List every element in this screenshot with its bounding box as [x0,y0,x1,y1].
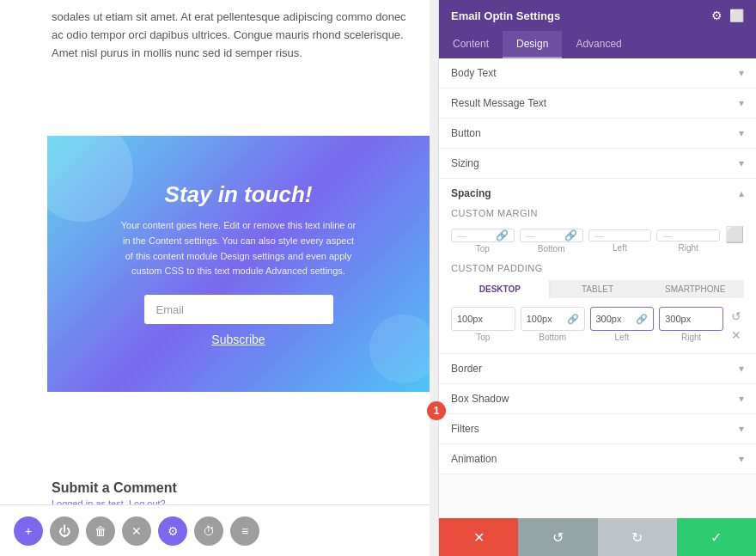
cancel-button[interactable]: ✕ [439,518,518,556]
panel-bottom-bar: ✕ ↺ ↻ ✓ [439,518,756,556]
padding-right-field: 300px Right [659,307,723,342]
margin-right-label: Right [656,243,720,253]
section-animation[interactable]: Animation ▾ [439,444,756,474]
chevron-down-icon: ▾ [739,157,744,169]
close-button[interactable]: ✕ [122,516,151,546]
padding-left-label: Left [590,333,655,342]
section-spacing: Spacing ▴ Custom Margin — 🔗 Top [439,179,756,354]
main-content: sodales ut etiam sit amet. At erat pelle… [0,0,430,556]
section-body-text[interactable]: Body Text ▾ [439,58,756,89]
save-button[interactable]: ✓ [677,518,756,556]
section-box-shadow[interactable]: Box Shadow ▾ [439,384,756,414]
subscribe-link[interactable]: Subscribe [211,333,265,346]
custom-padding-title: Custom Padding [451,263,744,273]
padding-left-field: 300px 🔗 Left [590,307,655,342]
spacing-header[interactable]: Spacing ▴ [439,179,756,208]
panel-body: Body Text ▾ Result Message Text ▾ Button… [439,58,756,518]
link-icon: 🔗 [564,229,577,241]
expand-icon[interactable]: ⬜ [729,9,744,22]
link-icon: 🔗 [496,229,509,241]
body-text: sodales ut etiam sit amet. At erat pelle… [0,0,430,70]
tab-content[interactable]: Content [439,31,503,58]
tab-design[interactable]: Design [503,31,562,58]
optin-title: Stay in touch! [165,181,313,208]
chevron-down-icon: ▾ [739,423,744,435]
redo-button[interactable]: ↻ [598,518,677,556]
section-box-shadow-label: Box Shadow [451,393,509,405]
undo-button[interactable]: ↺ [518,518,597,556]
section-border-label: Border [451,363,482,375]
add-button[interactable]: + [14,516,43,546]
margin-reset-icon[interactable]: ⬜ [725,225,744,244]
section-animation-label: Animation [451,453,497,465]
right-panel: Email Optin Settings ⚙ ⬜ Content Design … [438,0,756,556]
section-sizing-label: Sizing [451,157,479,169]
padding-top-label: Top [451,333,515,342]
padding-right-label: Right [659,333,723,342]
section-button-label: Button [451,127,481,139]
spacing-content: Custom Margin — 🔗 Top — 🔗 [439,208,756,353]
panel-tabs: Content Design Advanced [439,31,756,58]
margin-left-input[interactable]: — [588,229,652,241]
padding-top-field: 100px Top [451,307,515,342]
panel-header-icons: ⚙ ⬜ [711,9,744,22]
section-body-text-label: Body Text [451,67,496,79]
section-filters-label: Filters [451,423,479,435]
device-tab-smartphone[interactable]: SMARTPHONE [646,280,744,298]
margin-top-label: Top [451,244,515,254]
menu-button[interactable]: ≡ [230,516,259,546]
section-sizing[interactable]: Sizing ▾ [439,149,756,179]
chevron-down-icon: ▾ [739,127,744,139]
settings-button[interactable]: ⚙ [158,516,187,546]
settings-icon[interactable]: ⚙ [711,9,722,22]
link-icon: 🔗 [636,314,648,325]
padding-actions: ↺ ✕ [729,309,744,343]
padding-bottom-input[interactable]: 100px 🔗 [521,307,585,331]
padding-bottom-field: 100px 🔗 Bottom [521,307,585,342]
padding-inputs-row: 100px Top 100px 🔗 Bottom 300px [451,307,744,343]
tab-advanced[interactable]: Advanced [562,31,635,58]
chevron-down-icon: ▾ [739,67,744,79]
margin-left-label: Left [588,243,652,253]
device-tab-tablet[interactable]: TABLET [549,280,647,298]
submit-comment-heading: Submit a Comment [52,480,177,496]
section-result-message-label: Result Message Text [451,97,546,109]
padding-bottom-label: Bottom [521,333,585,342]
padding-left-input[interactable]: 300px 🔗 [590,307,655,331]
chevron-down-icon: ▾ [739,363,744,375]
custom-margin-title: Custom Margin [451,208,744,218]
optin-email-input[interactable]: Email [144,295,333,324]
panel-title: Email Optin Settings [451,9,560,22]
margin-top-input[interactable]: — 🔗 [451,229,515,242]
device-tabs: DESKTOP TABLET SMARTPHONE [451,280,744,298]
padding-reset-button[interactable]: ↺ [729,309,744,324]
margin-bottom-label: Bottom [520,244,583,254]
section-border[interactable]: Border ▾ [439,354,756,384]
panel-header: Email Optin Settings ⚙ ⬜ [439,0,756,31]
padding-right-input[interactable]: 300px [659,307,723,331]
margin-right-input[interactable]: — [656,229,720,241]
chevron-down-icon: ▾ [739,453,744,465]
notification-badge: 1 [427,401,446,420]
power-button[interactable]: ⏻ [50,516,79,546]
margin-inputs-row: — 🔗 Top — 🔗 Bottom — [451,225,744,256]
section-result-message[interactable]: Result Message Text ▾ [439,89,756,119]
optin-subtitle: Your content goes here. Edit or remove t… [119,218,359,278]
device-tab-desktop[interactable]: DESKTOP [451,280,549,298]
padding-clear-button[interactable]: ✕ [729,327,744,343]
body-paragraph: sodales ut etiam sit amet. At erat pelle… [52,9,412,62]
padding-top-input[interactable]: 100px [451,307,515,331]
chevron-down-icon: ▾ [739,97,744,109]
bottom-toolbar: + ⏻ 🗑 ✕ ⚙ ⏱ ≡ [0,504,430,556]
optin-box: Stay in touch! Your content goes here. E… [47,136,430,392]
spacing-label: Spacing [451,187,491,199]
margin-bottom-input[interactable]: — 🔗 [520,229,583,242]
section-button[interactable]: Button ▾ [439,119,756,149]
section-filters[interactable]: Filters ▾ [439,414,756,444]
trash-button[interactable]: 🗑 [86,516,115,546]
link-icon: 🔗 [567,314,579,325]
chevron-up-icon: ▴ [739,187,744,199]
clock-button[interactable]: ⏱ [194,516,223,546]
chevron-down-icon: ▾ [739,393,744,405]
